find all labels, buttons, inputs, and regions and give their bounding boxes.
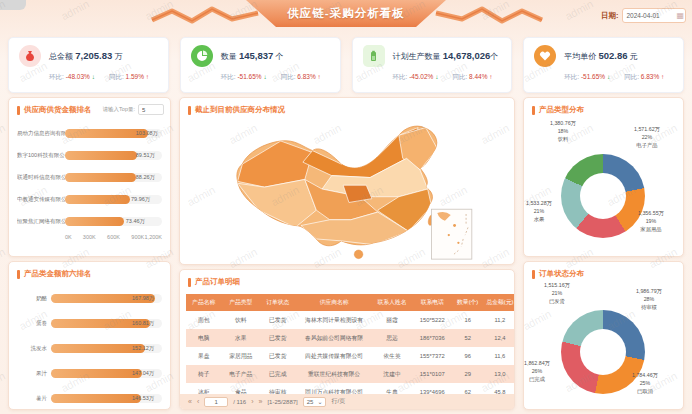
arrow-up-icon: ↑ [318, 73, 321, 80]
heart-icon [534, 45, 556, 67]
table-row[interactable]: 椅子电子产品已完成重联世纪科技有限公沈建中151*01072913,0 [186, 365, 514, 383]
chevron-down-icon: ⌄ [317, 398, 322, 405]
table-header-row: 产品名称产品类型 订单状态供应商名称 联系人姓名联系电话 数量(个)总金额(元) [186, 294, 514, 311]
header-decor-left [150, 4, 260, 28]
bar-row: 果汁 147.04万 [17, 361, 162, 386]
row-range-label: [1-25/2887] [267, 399, 297, 405]
panel-title: 供应商供货金额排名 [24, 105, 92, 115]
top-n-input[interactable] [138, 104, 164, 115]
arrow-down-icon: ↓ [435, 73, 438, 80]
table-row[interactable]: 果盘家居用品已发货四处共媒传媒有限公司依生英155*73729611,6 [186, 347, 514, 365]
bar-value: 152.12万 [132, 345, 154, 352]
panel-supplier-map: 截止到目前供应商分布情况 [179, 97, 515, 265]
kpi-text: 数量 145,837 个 [221, 50, 284, 62]
bar-row: 数字100科技有限公司 89.51万 [17, 144, 162, 166]
date-label: 日期: [601, 11, 619, 21]
bar-label: 果汁 [17, 370, 51, 377]
panel-category-ranking: 产品类金额前六排名 奶酪 167.98万 蛋卷 160.81万 洗发水 152.… [8, 261, 171, 410]
bar-value: 146.53万 [132, 395, 154, 402]
donut-label: 1,533.28万 21% 水果 [526, 200, 552, 224]
kpi-yoy: 同比: 1.59% ↑ [109, 73, 149, 82]
rows-per-page-label: 行/页 [331, 397, 345, 406]
hainan-island [354, 250, 363, 259]
kpi-text: 计划生产数量 14,678,026个 [393, 50, 499, 62]
order-status-donut-chart: 1,515.16万 21% 已发货 1,986.79万 28% 待审核 1,86… [524, 282, 683, 410]
bar-label: 蛋卷 [17, 320, 51, 327]
title-ribbon: 供应链-采购分析看板 [246, 0, 446, 27]
panel-title: 订单状态分布 [539, 269, 584, 279]
bar-row: 恒聚焦汇网络有限公司 73.46万 [17, 210, 162, 232]
last-page-button[interactable]: » [259, 398, 263, 405]
pie-chart-icon [191, 45, 213, 67]
orders-table: 产品名称产品类型 订单状态供应商名称 联系人姓名联系电话 数量(个)总金额(元)… [180, 290, 514, 410]
panel-product-type-donut: 产品类型分布 1,380.76万 18% 饮料 1,571.62万 22% 电子… [523, 97, 684, 257]
page-size-select[interactable]: 25 ⌄ [303, 397, 327, 407]
panel-title: 产品类金额前六排名 [24, 269, 92, 279]
prev-page-button[interactable]: ‹ [197, 398, 199, 405]
donut-label: 1,356.55万 19% 家居用品 [638, 210, 664, 234]
bar-row: 薯片 146.53万 [17, 386, 162, 410]
supplier-bar-chart: 易动力信息咨询有限公司 103.08万 数字100科技有限公司 89.51万 联… [9, 118, 170, 232]
bar-row: 洗发水 152.12万 [17, 336, 162, 361]
south-china-sea-inset [432, 209, 472, 259]
arrow-down-icon: ↓ [92, 73, 95, 80]
panel-title: 产品订单明细 [195, 277, 240, 287]
donut-label: 1,862.84万 26% 已完成 [524, 360, 550, 384]
bar-label: 薯片 [17, 395, 51, 402]
arrow-up-icon: ↑ [489, 73, 492, 80]
kpi-card-quantity: 数量 145,837 个 环比: -51.65% ↓ 同比: 6.83% ↑ [180, 37, 341, 93]
bar-label: 恒聚焦汇网络有限公司 [17, 218, 65, 225]
dashboard: 供应链-采购分析看板 日期: ▦ 总金额 7,205.83 万 环比: -48.… [0, 0, 692, 414]
kpi-text: 平均单价 502.86 元 [564, 50, 638, 62]
bar-label: 洗发水 [17, 345, 51, 352]
arrow-down-icon: ↓ [263, 73, 266, 80]
kpi-card-planned-qty: 计划生产数量 14,678,026个 环比: -45.02% ↓ 同比: 8.4… [352, 37, 513, 93]
bar-label: 联通时科信息有限公司 [17, 174, 65, 181]
kpi-mom: 环比: -48.03% ↓ [49, 73, 95, 82]
money-bag-icon [19, 45, 41, 67]
bar-label: 数字100科技有限公司 [17, 152, 65, 159]
panel-title: 产品类型分布 [539, 105, 584, 115]
x-axis: 0K 300K 600K 900K 1,200K [65, 234, 162, 244]
bar-value: 73.46万 [126, 218, 145, 225]
bar-row: 蛋卷 160.81万 [17, 311, 162, 336]
date-picker-input[interactable] [622, 8, 686, 23]
donut-label: 1,986.79万 28% 待审核 [636, 288, 662, 312]
header: 供应链-采购分析看板 日期: ▦ [0, 0, 692, 34]
kpi-card-total-amount: 总金额 7,205.83 万 环比: -48.03% ↓ 同比: 1.59% ↑ [8, 37, 169, 93]
bar-value: 79.96万 [131, 196, 150, 203]
arrow-up-icon: ↑ [146, 73, 149, 80]
page-title: 供应链-采购分析看板 [287, 6, 404, 21]
kpi-text: 总金额 7,205.83 万 [49, 50, 122, 62]
bar-value: 103.08万 [136, 130, 158, 137]
first-page-button[interactable]: « [188, 398, 192, 405]
bar-value: 89.51万 [136, 152, 155, 159]
donut-label: 1,784.46万 25% 已取消 [632, 372, 658, 396]
arrow-up-icon: ↑ [661, 73, 664, 80]
kpi-yoy: 同比: 6.83% ↑ [281, 73, 321, 82]
kpi-yoy: 同比: 8.44% ↑ [452, 73, 492, 82]
page-number-input[interactable] [204, 397, 228, 407]
table-row[interactable]: 电脑水果已发货春风如前公司网络有限思远186*70365212,4 [186, 329, 514, 347]
kpi-yoy: 同比: 6.83% ↑ [624, 73, 664, 82]
total-pages-label: / 116 [233, 399, 246, 405]
battery-icon [363, 45, 385, 67]
top-input-label: 请输入Top量: [103, 106, 135, 113]
kpi-mom: 环比: -45.02% ↓ [393, 73, 439, 82]
bar-row: 中教通安传媒有限公司 79.96万 [17, 188, 162, 210]
bar-row: 奶酪 167.98万 [17, 286, 162, 311]
panel-supplier-ranking: 供应商供货金额排名 请输入Top量: 易动力信息咨询有限公司 103.08万 数… [8, 97, 171, 257]
header-decor-right [434, 4, 544, 28]
bar-label: 奶酪 [17, 295, 51, 302]
table-row[interactable]: 面包饮料已发货海林木同计量检测设有丽霞150*52221611,2 [186, 311, 514, 329]
panel-title: 截止到目前供应商分布情况 [195, 105, 285, 115]
panel-order-details: 产品订单明细 产品名称产品类型 订单状态供应商名称 联系人姓名联系电话 数量(个… [179, 269, 515, 410]
kpi-row: 总金额 7,205.83 万 环比: -48.03% ↓ 同比: 1.59% ↑… [8, 37, 684, 93]
pagination-bar: « ‹ / 116 › » [1-25/2887] 25 ⌄ 行/页 [180, 394, 514, 409]
bar-value: 160.81万 [132, 320, 154, 327]
bar-label: 易动力信息咨询有限公司 [17, 130, 65, 137]
bar-row: 联通时科信息有限公司 88.26万 [17, 166, 162, 188]
next-page-button[interactable]: › [251, 398, 253, 405]
category-bar-chart: 奶酪 167.98万 蛋卷 160.81万 洗发水 152.12万 果汁 147… [9, 282, 170, 410]
kpi-mom: 环比: -51.65% ↓ [221, 73, 267, 82]
